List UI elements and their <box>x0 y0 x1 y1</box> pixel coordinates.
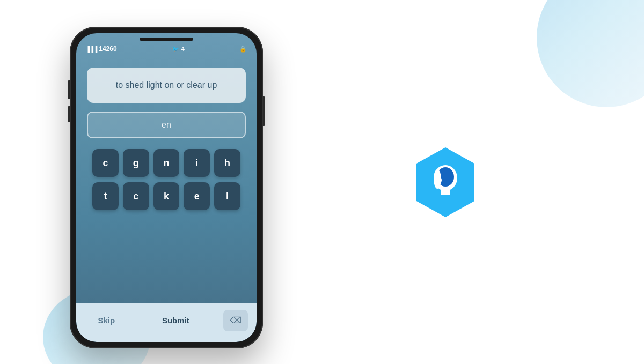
status-center: 🐦 4 <box>172 46 185 53</box>
definition-text: to shed light on or clear up <box>98 79 235 91</box>
svg-point-5 <box>437 177 442 183</box>
skip-button[interactable]: Skip <box>85 309 128 331</box>
phone-content: to shed light on or clear up en c g n i … <box>76 57 257 210</box>
answer-value: en <box>162 120 171 129</box>
status-time: 14260 <box>99 45 116 53</box>
key-e[interactable]: e <box>184 182 210 210</box>
action-bar: Skip Submit ⌫ <box>76 303 257 342</box>
key-c[interactable]: c <box>92 149 119 177</box>
key-n[interactable]: n <box>153 149 180 177</box>
status-left: ▐▐▐ 14260 <box>86 45 117 53</box>
key-k[interactable]: k <box>153 182 180 210</box>
key-h[interactable]: h <box>214 149 240 177</box>
phone-notch <box>140 38 193 41</box>
status-right: 🔒 <box>239 46 247 53</box>
keyboard-row-1: c g n i h <box>92 149 240 177</box>
key-i[interactable]: i <box>184 149 210 177</box>
svg-rect-2 <box>441 189 450 195</box>
key-g[interactable]: g <box>123 149 149 177</box>
notification-count: 4 <box>181 46 185 52</box>
app-logo <box>413 145 478 219</box>
letter-keyboard: c g n i h t c k e l <box>87 149 246 210</box>
key-t[interactable]: t <box>92 182 119 210</box>
answer-input-field[interactable]: en <box>87 112 246 138</box>
notification-bird-icon: 🐦 <box>172 46 179 53</box>
brain-head-icon <box>427 161 464 204</box>
definition-card: to shed light on or clear up <box>87 68 246 103</box>
phone-device: ▐▐▐ 14260 🐦 4 🔒 to shed light on or clea… <box>70 27 263 348</box>
lock-icon: 🔒 <box>239 46 247 52</box>
keyboard-row-2: t c k e l <box>92 182 240 210</box>
key-c2[interactable]: c <box>123 182 149 210</box>
phone-screen: ▐▐▐ 14260 🐦 4 🔒 to shed light on or clea… <box>76 33 257 342</box>
hexagon-container <box>413 145 478 219</box>
status-bar: ▐▐▐ 14260 🐦 4 🔒 <box>76 33 257 57</box>
submit-button[interactable]: Submit <box>133 309 219 331</box>
signal-icon: ▐▐▐ <box>86 46 97 52</box>
delete-icon: ⌫ <box>230 315 242 325</box>
phone-frame: ▐▐▐ 14260 🐦 4 🔒 to shed light on or clea… <box>70 27 263 348</box>
delete-button[interactable]: ⌫ <box>223 310 248 331</box>
volume-button <box>68 106 70 122</box>
background-blob-top-right <box>537 0 644 107</box>
key-l[interactable]: l <box>214 182 240 210</box>
